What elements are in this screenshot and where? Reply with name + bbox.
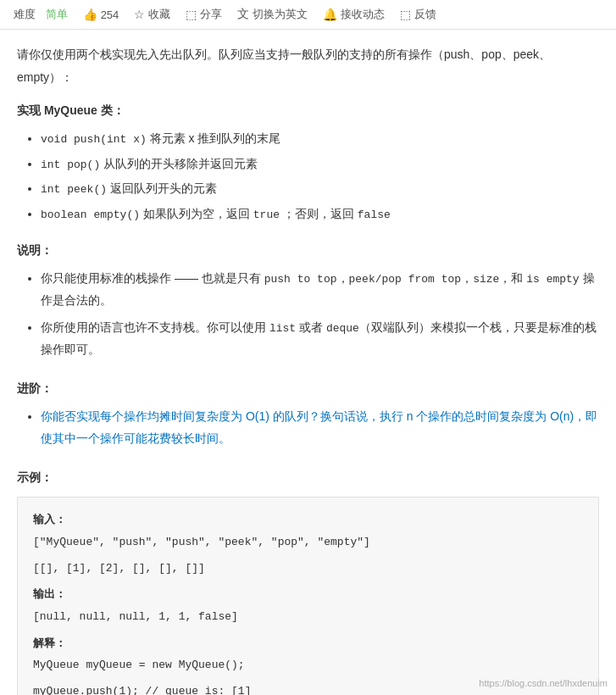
advanced-section: 进阶： 你能否实现每个操作均摊时间复杂度为 O(1) 的队列？换句话说，执行 n… (17, 378, 599, 450)
star-icon: ☆ (134, 8, 145, 21)
like-icon: 👍 (83, 8, 97, 21)
list-item: boolean empty() 如果队列为空，返回 true ；否则，返回 fa… (41, 203, 599, 225)
share-label: 分享 (200, 7, 222, 22)
note-section: 说明： 你只能使用标准的栈操作 —— 也就是只有 push to top，pee… (17, 240, 599, 361)
list-item: int pop() 从队列的开头移除并返回元素 (41, 153, 599, 175)
method-desc: 如果队列为空，返回 true ；否则，返回 false (143, 207, 391, 220)
example-title: 示例： (17, 467, 599, 488)
translate-label: 切换为英文 (253, 7, 308, 22)
difficulty-value[interactable]: 简单 (46, 7, 68, 22)
explain-lines: MyQueue myQueue = new MyQueue();myQueue.… (33, 655, 583, 695)
translate-icon: 文 (237, 7, 249, 22)
output-label: 输出： (33, 584, 583, 605)
list-item: 你所使用的语言也许不支持栈。你可以使用 list 或者 deque（双端队列）来… (41, 317, 599, 361)
method-desc: 将元素 x 推到队列的末尾 (150, 131, 281, 145)
output-line: [null, null, null, 1, 1, false] (33, 607, 583, 628)
input-line2: [[], [1], [2], [], [], []] (33, 559, 583, 580)
difficulty-section: 难度 简单 (14, 7, 68, 22)
bell-icon: 🔔 (323, 8, 337, 21)
feedback-button[interactable]: ⬚ 反馈 (400, 7, 436, 22)
list-item: 你只能使用标准的栈操作 —— 也就是只有 push to top，peek/po… (41, 268, 599, 312)
feedback-icon: ⬚ (400, 8, 411, 21)
toolbar: 难度 简单 👍 254 ☆ 收藏 ⬚ 分享 文 切换为英文 🔔 接收动态 ⬚ 反… (0, 0, 616, 30)
note-list: 你只能使用标准的栈操作 —— 也就是只有 push to top，peek/po… (17, 268, 599, 361)
notify-button[interactable]: 🔔 接收动态 (323, 7, 385, 22)
method-code: int pop() (41, 158, 100, 171)
share-button[interactable]: ⬚ 分享 (186, 7, 222, 22)
like-count: 254 (101, 8, 119, 21)
input-line1: ["MyQueue", "push", "push", "peek", "pop… (33, 532, 583, 553)
method-list: void push(int x) 将元素 x 推到队列的末尾 int pop()… (17, 128, 599, 225)
collect-button[interactable]: ☆ 收藏 (134, 7, 170, 22)
method-code: boolean empty() (41, 208, 140, 221)
difficulty-label: 难度 (14, 7, 36, 22)
list-item: void push(int x) 将元素 x 推到队列的末尾 (41, 128, 599, 149)
implement-label: 实现 MyQueue 类： (17, 100, 599, 121)
example-box: 输入： ["MyQueue", "push", "push", "peek", … (17, 497, 599, 695)
note-title: 说明： (17, 240, 599, 261)
advanced-list: 你能否实现每个操作均摊时间复杂度为 O(1) 的队列？换句话说，执行 n 个操作… (17, 406, 599, 450)
watermark: https://blog.csdn.net/lhxdenuim (479, 678, 608, 688)
collect-label: 收藏 (148, 7, 170, 22)
advanced-title: 进阶： (17, 378, 599, 399)
method-desc: 返回队列开头的元素 (110, 181, 217, 195)
share-icon: ⬚ (186, 8, 197, 21)
example-section: 示例： 输入： ["MyQueue", "push", "push", "pee… (17, 467, 599, 695)
method-code: void push(int x) (41, 133, 147, 146)
feedback-label: 反馈 (414, 7, 436, 22)
like-button[interactable]: 👍 254 (83, 8, 119, 21)
input-label: 输入： (33, 509, 583, 531)
intro-text: 请你仅使用两个栈实现先入先出队列。队列应当支持一般队列的支持的所有操作（push… (17, 43, 599, 88)
translate-button[interactable]: 文 切换为英文 (237, 7, 308, 22)
advanced-text: 你能否实现每个操作均摊时间复杂度为 O(1) 的队列？换句话说，执行 n 个操作… (41, 409, 597, 445)
notify-label: 接收动态 (341, 7, 385, 22)
method-desc: 从队列的开头移除并返回元素 (103, 157, 258, 170)
explain-label: 解释： (33, 633, 583, 654)
list-item: int peek() 返回队列开头的元素 (41, 178, 599, 199)
list-item: 你能否实现每个操作均摊时间复杂度为 O(1) 的队列？换句话说，执行 n 个操作… (41, 406, 599, 450)
main-content: 请你仅使用两个栈实现先入先出队列。队列应当支持一般队列的支持的所有操作（push… (0, 30, 616, 695)
explain-line: MyQueue myQueue = new MyQueue(); (33, 655, 583, 676)
method-code: int peek() (41, 183, 107, 196)
